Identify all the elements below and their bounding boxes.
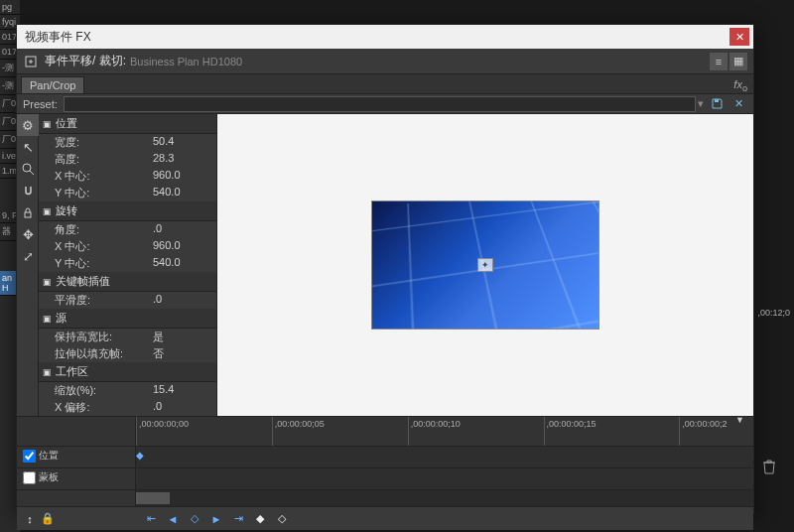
- first-keyframe-button[interactable]: ⇤: [144, 512, 158, 526]
- svg-line-3: [30, 171, 34, 175]
- track-body[interactable]: [136, 468, 753, 489]
- move-tool[interactable]: ✥: [17, 223, 39, 245]
- prev-keyframe-button[interactable]: ◄: [166, 512, 180, 526]
- keyframe-toolbar: ↕ 🔒 ⇤ ◄ ◇ ► ⇥ ◆ ◇: [17, 506, 753, 530]
- preset-label: Preset:: [23, 98, 58, 110]
- tab-pancrop[interactable]: Pan/Crop: [21, 76, 84, 93]
- scrollbar-thumb[interactable]: [136, 492, 170, 504]
- next-keyframe-button[interactable]: ►: [209, 512, 223, 526]
- prop-row[interactable]: Y 中心:540.0: [39, 255, 216, 272]
- track-position[interactable]: 位置: [17, 447, 136, 467]
- tab-row: Pan/Crop fxo: [17, 74, 753, 94]
- dialog-titlebar[interactable]: 视频事件 FX ✕: [17, 25, 753, 49]
- keyframe-diamond-icon[interactable]: ◆: [136, 450, 144, 461]
- select-tool[interactable]: ↖: [17, 136, 39, 158]
- last-keyframe-button[interactable]: ⇥: [231, 512, 245, 526]
- tool-column: ⚙ ↖ ✥ ⤢: [17, 114, 39, 416]
- dropdown-arrow-icon[interactable]: ▾: [698, 97, 704, 110]
- pancrop-icon: [23, 54, 39, 69]
- sync-cursor-button[interactable]: ↕: [23, 512, 37, 526]
- timeline-header-left: [17, 417, 136, 446]
- prop-row[interactable]: 角度:.0: [39, 221, 216, 238]
- curve-linear-button[interactable]: ◆: [253, 512, 267, 526]
- track-label: 位置: [39, 450, 59, 461]
- timeline-scrollbar[interactable]: [136, 490, 753, 506]
- svg-rect-4: [25, 212, 31, 217]
- prop-row[interactable]: 缩放(%):15.4: [39, 382, 216, 399]
- scale-tool[interactable]: ⤢: [17, 245, 39, 267]
- prop-row[interactable]: Y 中心:540.0: [39, 185, 216, 201]
- keyframe-timeline: ,00:00:00;00 ,00:00:00;05 ,00:00:00;10 ,…: [17, 416, 753, 530]
- clip-name: Business Plan HD1080: [130, 56, 242, 67]
- main-area: ⚙ ↖ ✥ ⤢ ▣位置 宽度:50.4 高度:28.3 X 中心:960.0 Y…: [17, 114, 753, 416]
- prop-row[interactable]: 保持高宽比:是: [39, 329, 216, 345]
- grid-view-button[interactable]: ▦: [729, 53, 747, 70]
- preset-row: Preset: ▾ ✕: [17, 94, 753, 114]
- time-ruler[interactable]: ,00:00:00;00 ,00:00:00;05 ,00:00:00;10 ,…: [136, 417, 753, 446]
- trash-icon[interactable]: [762, 459, 776, 476]
- group-workspace[interactable]: ▣工作区: [39, 362, 216, 382]
- playhead-icon[interactable]: [737, 417, 745, 446]
- svg-point-2: [23, 164, 31, 172]
- preview-canvas[interactable]: ✦: [217, 114, 753, 416]
- track-mask-checkbox[interactable]: [23, 471, 36, 484]
- group-keyframe[interactable]: ▣关键帧插值: [39, 272, 216, 292]
- video-event-fx-dialog: 视频事件 FX ✕ 事件平移/ 裁切: Business Plan HD1080…: [16, 24, 754, 514]
- curve-smooth-button[interactable]: ◇: [275, 512, 289, 526]
- lock-button[interactable]: 🔒: [41, 512, 55, 526]
- effect-name: 事件平移/ 裁切:: [45, 53, 126, 69]
- video-frame[interactable]: ✦: [371, 200, 599, 330]
- group-rotation[interactable]: ▣旋转: [39, 201, 216, 221]
- prop-row[interactable]: X 中心:960.0: [39, 238, 216, 255]
- external-timecode: ,00:12;0: [757, 308, 790, 318]
- dialog-title: 视频事件 FX: [21, 29, 729, 46]
- svg-rect-1: [715, 99, 719, 102]
- properties-panel: ▣位置 宽度:50.4 高度:28.3 X 中心:960.0 Y 中心:540.…: [39, 114, 217, 416]
- snap-tool[interactable]: [17, 180, 39, 201]
- prop-row[interactable]: 拉伸以填充帧:否: [39, 345, 216, 362]
- delete-preset-button[interactable]: ✕: [729, 96, 747, 112]
- prop-row[interactable]: 平滑度:.0: [39, 292, 216, 309]
- list-view-button[interactable]: ≡: [710, 53, 728, 70]
- add-keyframe-button[interactable]: ◇: [188, 512, 201, 526]
- track-mask[interactable]: 蒙板: [17, 468, 136, 489]
- group-source[interactable]: ▣源: [39, 309, 216, 329]
- prop-row[interactable]: X 中心:960.0: [39, 168, 216, 185]
- prop-row[interactable]: 高度:28.3: [39, 151, 216, 168]
- timeline-scroll-left: [17, 490, 136, 506]
- close-button[interactable]: ✕: [729, 28, 749, 46]
- fx-label: fxo: [733, 78, 753, 93]
- effect-header: 事件平移/ 裁切: Business Plan HD1080 ≡ ▦: [17, 49, 753, 74]
- settings-tool[interactable]: ⚙: [17, 114, 39, 136]
- prop-row[interactable]: X 偏移:.0: [39, 399, 216, 416]
- preset-dropdown[interactable]: [64, 96, 696, 112]
- save-preset-button[interactable]: [708, 96, 726, 112]
- group-position[interactable]: ▣位置: [39, 114, 216, 134]
- center-marker-icon[interactable]: ✦: [477, 258, 493, 272]
- prop-row[interactable]: 宽度:50.4: [39, 134, 216, 151]
- track-label: 蒙板: [39, 471, 59, 482]
- track-position-checkbox[interactable]: [23, 450, 36, 463]
- lock-tool[interactable]: [17, 201, 39, 223]
- track-body[interactable]: ◆: [136, 447, 753, 467]
- zoom-tool[interactable]: [17, 158, 39, 180]
